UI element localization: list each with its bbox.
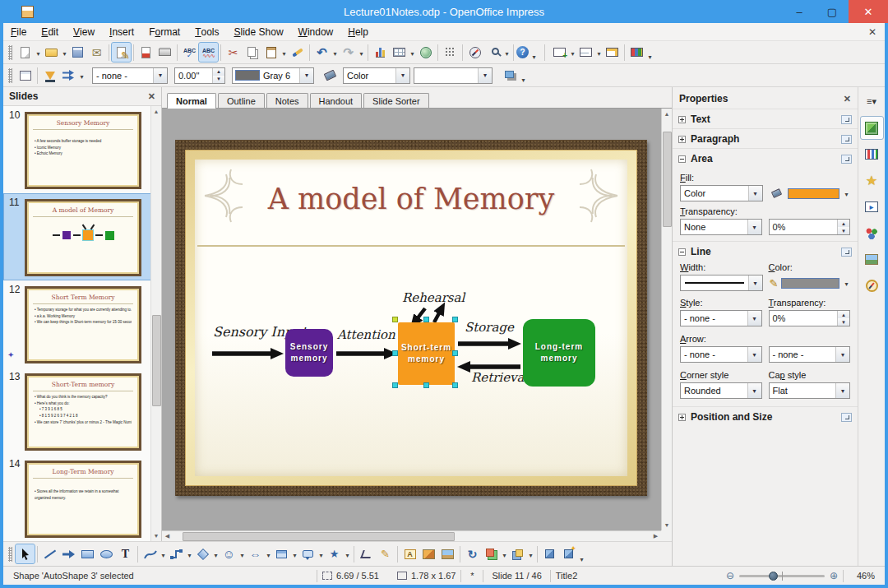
clone-formatting-icon[interactable] <box>288 43 307 62</box>
canvas-horizontal-scrollbar[interactable]: ◀ ▶ <box>162 530 661 541</box>
drawbar-overflow[interactable] <box>578 553 585 564</box>
area-fill-type-select[interactable]: Color <box>680 185 763 201</box>
menu-format[interactable]: Format <box>141 23 187 41</box>
navigator-icon[interactable] <box>465 43 484 62</box>
flowchart-icon[interactable] <box>272 544 291 563</box>
line-icon[interactable] <box>40 544 59 563</box>
email-icon[interactable] <box>87 43 106 62</box>
scroll-up-icon[interactable]: ▲ <box>662 109 673 119</box>
line-style-select[interactable]: - none - <box>92 67 168 84</box>
selection-handle[interactable] <box>392 317 398 322</box>
corner-style-select[interactable]: Rounded <box>680 382 762 399</box>
zoom-percent[interactable]: 46% <box>849 571 885 581</box>
selection-handle[interactable] <box>392 382 398 388</box>
auto-spellcheck-icon[interactable]: ABC∿∿∿ <box>199 43 218 62</box>
new-slide-icon[interactable] <box>550 43 569 62</box>
maximize-button[interactable]: ▢ <box>816 0 849 23</box>
zoom-slider[interactable] <box>739 575 825 577</box>
arrow-style-dropdown[interactable] <box>78 70 86 81</box>
table-icon[interactable] <box>390 43 409 62</box>
slide-design-icon[interactable] <box>603 43 622 62</box>
block-arrows-icon[interactable] <box>246 544 265 563</box>
canvas-vertical-scrollbar[interactable]: ▲ ▼ <box>661 109 672 530</box>
scroll-left-icon[interactable]: ◀ <box>162 531 173 542</box>
paragraph-dialog-launcher-icon[interactable] <box>841 135 852 144</box>
sidebar-tab-custom-animation[interactable] <box>861 169 883 192</box>
slide-layout-icon[interactable] <box>576 43 595 62</box>
zoom-in-icon[interactable]: ⊕ <box>830 570 838 581</box>
text-box-icon[interactable] <box>116 544 135 563</box>
tab-handout[interactable]: Handout <box>310 93 363 108</box>
slide-thumbnail-11-selected[interactable]: 11 A model of Memory <box>3 193 161 280</box>
open-dropdown[interactable] <box>61 47 68 58</box>
scroll-right-icon[interactable]: ▶ <box>650 531 661 542</box>
spellcheck-icon[interactable]: ABC✓ <box>180 43 199 62</box>
basic-shapes-dropdown[interactable] <box>212 549 220 560</box>
sidebar-tab-master-pages[interactable] <box>861 143 883 165</box>
transparency-type-select[interactable]: None <box>680 219 762 235</box>
menu-help[interactable]: Help <box>340 23 376 41</box>
ellipse-icon[interactable] <box>97 544 116 563</box>
cut-icon[interactable] <box>224 43 243 62</box>
sensory-memory-box[interactable]: Sensory memory <box>285 329 333 377</box>
print-icon[interactable] <box>155 43 174 62</box>
section-text[interactable]: Text <box>673 109 858 128</box>
hyperlink-icon[interactable] <box>416 43 435 62</box>
extrusion-icon[interactable] <box>540 544 559 563</box>
properties-close-icon[interactable]: ✕ <box>844 94 851 104</box>
new-dropdown[interactable] <box>35 47 42 58</box>
selection-handle[interactable] <box>452 350 458 356</box>
selection-handle[interactable] <box>452 382 458 388</box>
save-icon[interactable] <box>68 43 87 62</box>
area-fill-color-dropdown[interactable] <box>770 186 851 201</box>
label-rehearsal[interactable]: Rehearsal <box>402 290 465 305</box>
export-pdf-icon[interactable] <box>136 43 155 62</box>
cap-style-select[interactable]: Flat <box>769 382 851 399</box>
short-term-memory-box[interactable]: Short-term memory <box>398 322 455 385</box>
scroll-down-icon[interactable]: ▼ <box>662 520 673 530</box>
expand-icon[interactable] <box>678 414 686 421</box>
help-icon[interactable] <box>516 46 529 58</box>
menu-file[interactable]: File <box>3 23 34 41</box>
stars-dropdown[interactable] <box>344 549 351 560</box>
slide-thumbnail-10[interactable]: 10 Sensory Memory A few seconds buffer s… <box>3 106 161 193</box>
presentation-toolbar-overflow[interactable] <box>646 50 654 62</box>
arrange-dropdown[interactable] <box>527 549 534 560</box>
rectangle-icon[interactable] <box>78 544 97 563</box>
symbol-shapes-icon[interactable] <box>220 544 238 563</box>
area-dialog-launcher-icon[interactable] <box>841 155 852 164</box>
section-position-size[interactable]: Position and Size <box>673 406 858 426</box>
possize-dialog-launcher-icon[interactable] <box>841 413 852 422</box>
collapse-icon[interactable] <box>678 248 686 256</box>
callouts-icon[interactable] <box>298 544 317 563</box>
menu-tools[interactable]: Tools <box>187 23 226 41</box>
line-dialog-launcher-icon[interactable] <box>841 248 852 257</box>
selection-handle[interactable] <box>452 317 458 322</box>
symbol-shapes-dropdown[interactable] <box>238 549 246 560</box>
menu-slideshow[interactable]: Slide Show <box>227 23 291 41</box>
tab-normal[interactable]: Normal <box>167 93 216 109</box>
rotate-icon[interactable] <box>463 544 482 563</box>
zoom-dropdown[interactable] <box>503 47 511 58</box>
edit-file-icon[interactable] <box>112 43 131 62</box>
new-slide-dropdown[interactable] <box>569 47 576 58</box>
line-width-dropdown[interactable] <box>680 275 763 291</box>
glue-points-icon[interactable] <box>376 544 395 563</box>
area-dialog-icon[interactable] <box>321 66 340 85</box>
toolbar-grip[interactable] <box>8 45 12 60</box>
label-retrieval[interactable]: Retrieval <box>471 370 528 385</box>
arrow-icon[interactable] <box>59 544 78 563</box>
fill-type-select[interactable]: Color <box>343 67 410 84</box>
toolbar-grip[interactable] <box>8 68 12 83</box>
connector-dropdown[interactable] <box>186 549 193 560</box>
undo-icon[interactable] <box>312 43 331 62</box>
slide-editing-area[interactable]: A model of Memory <box>175 140 647 496</box>
connector-icon[interactable] <box>167 544 186 563</box>
slide-thumbnail-13[interactable]: 13 Short-Term memory What do you think i… <box>3 368 161 455</box>
slide-thumbnail-12[interactable]: 12 ✦ Short Term Memory Temporary storage… <box>3 280 161 368</box>
line-style-select[interactable]: - none - <box>680 310 762 326</box>
arrow-style-icon[interactable] <box>59 66 78 85</box>
new-icon[interactable] <box>16 43 35 62</box>
toolbar-overflow[interactable] <box>530 50 538 62</box>
redo-icon[interactable] <box>339 43 358 62</box>
